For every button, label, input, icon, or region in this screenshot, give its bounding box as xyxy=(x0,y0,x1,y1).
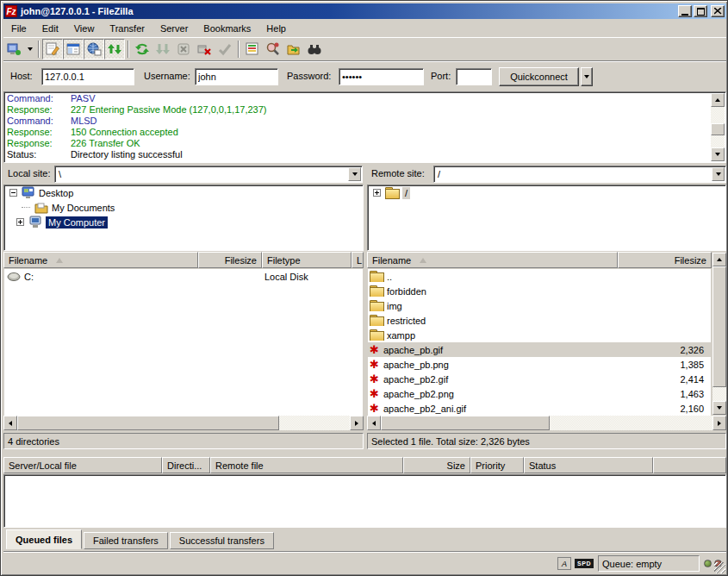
tab-failed-transfers[interactable]: Failed transfers xyxy=(84,532,168,549)
queue-column-size[interactable]: Size xyxy=(403,457,470,473)
scrollbar-thumb[interactable] xyxy=(711,123,725,135)
local-column-filename[interactable]: Filename xyxy=(3,252,198,268)
site-manager-button[interactable] xyxy=(3,39,24,59)
search-button[interactable] xyxy=(263,39,283,59)
remote-list-scrollbar[interactable] xyxy=(712,253,726,415)
menu-view[interactable]: View xyxy=(66,21,103,36)
queue-column-status[interactable]: Status xyxy=(524,457,653,473)
remote-file-row[interactable]: img xyxy=(368,298,711,313)
remote-file-row[interactable]: ✱apache_pb2_ani.gif2,160 xyxy=(368,401,711,416)
minimize-button[interactable] xyxy=(678,5,692,17)
host-input[interactable] xyxy=(41,68,134,85)
port-input[interactable] xyxy=(456,68,492,85)
scroll-left-button[interactable] xyxy=(3,416,17,430)
queue-column-server-local-file[interactable]: Server/Local file xyxy=(3,457,162,473)
remote-file-row[interactable]: restricted xyxy=(368,313,711,328)
remote-list-hscrollbar[interactable] xyxy=(367,416,726,430)
collapse-icon[interactable] xyxy=(9,189,17,197)
tree-item-my-computer[interactable]: My Computer xyxy=(4,215,363,229)
remote-column-filesize[interactable]: Filesize xyxy=(618,252,712,268)
remote-file-list[interactable]: .. forbidden img restricted xampp ✱apach… xyxy=(368,269,711,416)
ascii-transfer-type-icon[interactable]: A xyxy=(557,557,571,570)
process-queue-button[interactable] xyxy=(152,39,173,59)
menu-help[interactable]: Help xyxy=(258,21,294,36)
checkmark-button[interactable] xyxy=(215,39,235,59)
menu-bookmarks[interactable]: Bookmarks xyxy=(196,21,258,36)
remote-file-row-selected[interactable]: ✱apache_pb.gif2,326 xyxy=(368,342,711,357)
speed-limit-icon[interactable]: SPD xyxy=(575,559,594,568)
host-label: Host: xyxy=(10,71,33,81)
tree-item-root[interactable]: / xyxy=(368,185,725,200)
arrow-up-icon xyxy=(715,98,720,102)
tree-item-desktop[interactable]: Desktop xyxy=(4,185,363,200)
local-column-last-modified[interactable]: L xyxy=(352,252,364,268)
scroll-up-button[interactable] xyxy=(712,253,726,266)
image-file-icon: ✱ xyxy=(370,344,383,355)
synchronized-browsing-button[interactable] xyxy=(283,39,304,59)
remote-file-row[interactable]: .. xyxy=(368,269,711,284)
remote-site-dropdown[interactable] xyxy=(712,167,725,181)
disconnect-button[interactable] xyxy=(194,39,215,59)
username-label: Username: xyxy=(144,71,190,81)
local-list-hscrollbar[interactable] xyxy=(3,416,364,430)
toggle-message-log-button[interactable] xyxy=(42,39,63,59)
scroll-left-button[interactable] xyxy=(367,416,381,430)
tree-item-my-documents[interactable]: My Documents xyxy=(4,200,363,215)
password-input[interactable] xyxy=(339,68,424,85)
log-line: Command:PASV xyxy=(7,93,710,104)
remote-file-row[interactable]: ✱apache_pb2.gif2,414 xyxy=(368,372,711,386)
expand-icon[interactable] xyxy=(373,189,381,197)
scroll-right-button[interactable] xyxy=(712,416,726,430)
local-file-row[interactable]: C: Local Disk xyxy=(4,269,363,284)
remote-column-filename[interactable]: Filename xyxy=(367,252,618,268)
remote-file-row[interactable]: forbidden xyxy=(368,284,711,298)
queue-column-empty[interactable] xyxy=(653,457,726,473)
resize-grip[interactable] xyxy=(714,562,725,573)
site-manager-dropdown-button[interactable] xyxy=(24,39,35,59)
message-log[interactable]: Command:PASV Response:227 Entering Passi… xyxy=(3,91,726,163)
refresh-button[interactable] xyxy=(132,39,152,59)
chevron-down-icon xyxy=(584,75,589,78)
menu-server[interactable]: Server xyxy=(152,21,196,36)
menu-edit[interactable]: Edit xyxy=(34,21,66,36)
remote-site-combo[interactable]: / xyxy=(433,166,726,183)
toggle-remote-tree-button[interactable] xyxy=(84,39,104,59)
local-column-filetype[interactable]: Filetype xyxy=(262,252,352,268)
expand-icon[interactable] xyxy=(16,218,24,226)
scrollbar-thumb[interactable] xyxy=(712,266,726,387)
close-button[interactable] xyxy=(711,5,725,17)
tab-queued-files[interactable]: Queued files xyxy=(6,529,82,549)
title-bar[interactable]: Fz john@127.0.0.1 - FileZilla xyxy=(3,3,726,19)
toggle-local-tree-button[interactable] xyxy=(63,39,84,59)
queue-column-remote-file[interactable]: Remote file xyxy=(210,457,403,473)
toggle-transfer-queue-button[interactable] xyxy=(104,39,125,59)
username-input[interactable] xyxy=(195,68,278,85)
transfer-queue-list[interactable] xyxy=(3,474,726,528)
remote-file-row[interactable]: xampp xyxy=(368,328,711,342)
cancel-operation-button[interactable] xyxy=(173,39,194,59)
refresh-icon xyxy=(134,41,150,57)
scroll-right-button[interactable] xyxy=(350,416,364,430)
scroll-up-button[interactable] xyxy=(711,93,725,107)
local-site-dropdown[interactable] xyxy=(348,167,361,181)
scrollbar-thumb[interactable] xyxy=(17,416,279,430)
local-column-filesize[interactable]: Filesize xyxy=(198,252,262,268)
maximize-button[interactable] xyxy=(694,5,707,17)
filter-binoculars-button[interactable] xyxy=(304,39,325,59)
tab-successful-transfers[interactable]: Successful transfers xyxy=(170,532,274,549)
quickconnect-button[interactable]: Quickconnect xyxy=(499,67,579,86)
queue-column-direction[interactable]: Directi... xyxy=(162,457,210,473)
scroll-down-button[interactable] xyxy=(711,147,725,161)
quickconnect-dropdown-button[interactable] xyxy=(581,67,593,86)
log-scrollbar[interactable] xyxy=(711,93,725,161)
menu-file[interactable]: File xyxy=(3,21,34,36)
scrollbar-thumb[interactable] xyxy=(381,416,550,430)
menu-transfer[interactable]: Transfer xyxy=(102,21,152,36)
directory-comparison-button[interactable] xyxy=(242,39,263,59)
remote-file-row[interactable]: ✱apache_pb2.png1,463 xyxy=(368,386,711,401)
remote-file-row[interactable]: ✱apache_pb.png1,385 xyxy=(368,357,711,372)
scroll-down-button[interactable] xyxy=(712,401,726,415)
local-file-list[interactable]: C: Local Disk xyxy=(4,269,363,416)
local-site-combo[interactable]: \ xyxy=(54,166,363,183)
queue-column-priority[interactable]: Priority xyxy=(470,457,524,473)
